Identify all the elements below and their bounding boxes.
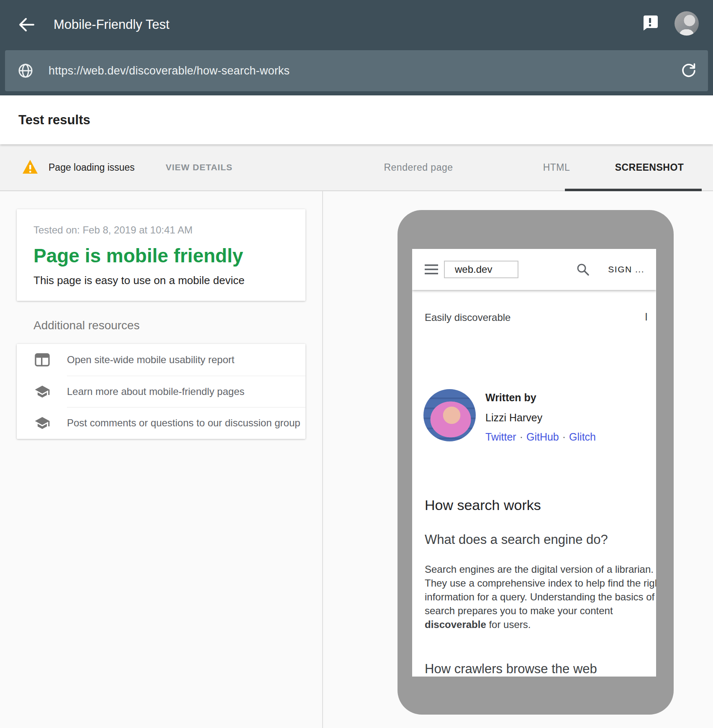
sign-in-label: SIGN ... <box>608 264 644 274</box>
link-separator: · <box>562 431 566 443</box>
discussion-icon <box>34 415 50 431</box>
refresh-icon[interactable] <box>680 62 697 79</box>
mobile-friendly-test-app: Mobile-Friendly Test https://web.dev/dis… <box>0 0 713 728</box>
resource-item-learn-more[interactable]: Learn more about mobile-friendly pages <box>17 376 305 408</box>
verdict-heading: Page is mobile friendly <box>33 244 289 267</box>
globe-icon <box>18 63 33 79</box>
row-divider <box>67 407 305 408</box>
breadcrumb: Easily discoverable <box>425 312 510 323</box>
section-heading: What does a search engine do? <box>425 532 608 547</box>
paragraph-line: Search engines are the digital version o… <box>425 562 656 576</box>
page-loading-issues-label: Page loading issues <box>49 144 135 190</box>
bold-keyword: discoverable <box>425 619 486 630</box>
additional-resources-heading: Additional resources <box>33 319 140 332</box>
active-tab-underline <box>565 189 702 191</box>
hamburger-menu-icon <box>425 264 438 275</box>
paragraph-line: discoverable for users. <box>425 618 656 631</box>
url-text[interactable]: https://web.dev/discoverable/how-search-… <box>49 64 290 77</box>
resource-item-label: Learn more about mobile-friendly pages <box>67 386 244 397</box>
screenshot-page-body: Easily discoverable I Written by Lizzi H… <box>412 290 656 677</box>
verdict-detail: This page is easy to use on a mobile dev… <box>33 274 289 287</box>
paragraph-line-rest: for users. <box>486 619 531 630</box>
usability-report-icon <box>34 352 50 368</box>
paragraph-line: search prepares you to make your content <box>425 604 656 618</box>
url-bar[interactable]: https://web.dev/discoverable/how-search-… <box>5 50 708 91</box>
resource-item-label: Open site-wide mobile usability report <box>67 354 234 366</box>
tab-html[interactable]: HTML <box>519 144 594 190</box>
resource-item-discussion-group[interactable]: Post comments or questions to our discus… <box>17 407 305 439</box>
feedback-icon[interactable] <box>641 14 659 31</box>
page-title: Test results <box>18 95 90 144</box>
breadcrumb-right-mark: I <box>645 311 648 323</box>
author-links: Twitter·GitHub·Glitch <box>485 431 596 443</box>
resource-item-label: Post comments or questions to our discus… <box>67 417 300 429</box>
learn-icon <box>34 384 50 400</box>
row-divider <box>67 376 305 376</box>
warning-icon <box>22 159 38 175</box>
search-icon <box>576 263 590 276</box>
tab-rendered-page[interactable]: Rendered page <box>360 144 477 190</box>
app-title: Mobile-Friendly Test <box>54 0 169 49</box>
glitch-link: Glitch <box>569 431 596 443</box>
paragraph-line: They use a comprehensive index to help f… <box>425 576 656 590</box>
link-separator: · <box>520 431 523 443</box>
app-bar: Mobile-Friendly Test https://web.dev/dis… <box>0 0 713 95</box>
article-title: How search works <box>425 497 541 513</box>
resources-card: Open site-wide mobile usability report L… <box>17 344 305 439</box>
view-details-button[interactable]: VIEW DETAILS <box>166 144 233 190</box>
result-card: Tested on: Feb 8, 2019 at 10:41 AM Page … <box>17 209 305 301</box>
screenshot-browser-header: web.dev SIGN ... <box>412 249 656 290</box>
author-avatar <box>423 389 476 441</box>
user-avatar[interactable] <box>675 11 699 36</box>
site-search-box: web.dev <box>444 261 518 278</box>
paragraph-line: information for a query. Understanding t… <box>425 590 656 604</box>
phone-screen: web.dev SIGN ... Easily discoverable I W… <box>412 249 656 677</box>
tested-on-timestamp: Tested on: Feb 8, 2019 at 10:41 AM <box>33 224 289 236</box>
written-by-label: Written by <box>485 392 536 404</box>
site-name: web.dev <box>455 264 492 275</box>
tab-screenshot[interactable]: SCREENSHOT <box>603 144 695 190</box>
panel-divider <box>322 144 323 728</box>
twitter-link: Twitter <box>485 431 516 443</box>
section-heading: How crawlers browse the web <box>425 661 597 677</box>
status-tab-band: Page loading issues VIEW DETAILS Rendere… <box>0 144 713 191</box>
phone-mockup: web.dev SIGN ... Easily discoverable I W… <box>398 210 674 715</box>
author-name: Lizzi Harvey <box>485 412 542 424</box>
resource-item-usability-report[interactable]: Open site-wide mobile usability report <box>17 344 305 376</box>
github-link: GitHub <box>526 431 559 443</box>
back-arrow-icon[interactable] <box>17 15 36 34</box>
section-paragraph: Search engines are the digital version o… <box>425 562 656 631</box>
results-header: Test results <box>0 95 713 144</box>
